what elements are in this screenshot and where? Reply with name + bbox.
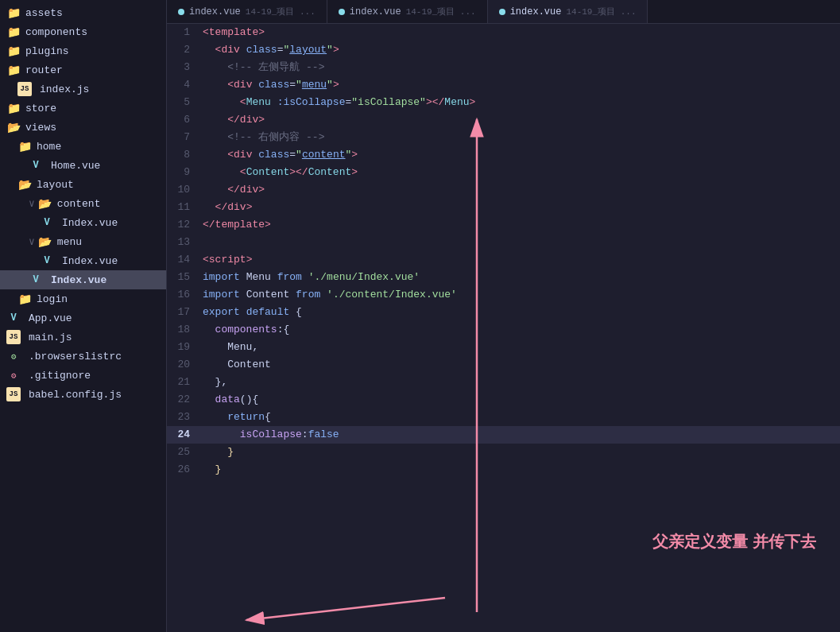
sidebar-item-label: content <box>57 198 101 210</box>
sidebar-item-label: home <box>37 141 61 153</box>
sidebar-item-content-indexvue[interactable]: V Index.vue <box>0 213 166 232</box>
sidebar-item-plugins[interactable]: 📁 plugins <box>0 41 166 60</box>
sidebar-item-browserslistrc[interactable]: ⚙ .browserslistrc <box>0 347 166 366</box>
tab-bar[interactable]: index.vue 14-19_项目 ... index.vue 14-19_项… <box>167 0 840 24</box>
sidebar-item-homevue[interactable]: V Home.vue <box>0 156 166 175</box>
vue-icon: V <box>29 273 43 287</box>
sidebar-item-label: Home.vue <box>51 160 100 172</box>
sidebar-item-assets[interactable]: 📁 assets <box>0 3 166 22</box>
tab-1[interactable]: index.vue 14-19_项目 ... <box>167 0 327 23</box>
sidebar-item-label: router <box>25 64 63 76</box>
sidebar-item-indexjs[interactable]: JS index.js <box>0 79 166 99</box>
js-icon: JS <box>6 387 21 401</box>
sidebar-item-menu-folder[interactable]: ∨ 📂 menu <box>0 232 166 251</box>
code-line-7: 7 <!-- 右侧内容 --> <box>167 129 840 146</box>
tab-label: index.vue <box>510 6 562 17</box>
sidebar-item-components[interactable]: 📁 components <box>0 22 166 41</box>
code-line-3: 3 <!-- 左侧导航 --> <box>167 59 840 76</box>
code-line-26: 26 } <box>167 461 840 479</box>
sidebar-item-layout[interactable]: 📂 layout <box>0 175 166 194</box>
sidebar-item-label: login <box>37 293 68 305</box>
code-line-14: 14 <script> <box>167 251 840 269</box>
sidebar-item-label: main.js <box>29 332 72 343</box>
sidebar-item-label: babel.config.js <box>29 389 122 401</box>
tab-label: index.vue <box>350 6 401 17</box>
code-line-12: 12 </template> <box>167 216 840 234</box>
vue-dot-icon <box>499 9 505 15</box>
code-line-25: 25 } <box>167 444 840 461</box>
code-line-10: 10 </div> <box>167 181 840 199</box>
code-line-21: 21 }, <box>167 374 840 391</box>
dot-file-icon: ⚙ <box>6 349 21 363</box>
sidebar-item-appvue[interactable]: V App.vue <box>0 308 166 328</box>
code-line-19: 19 Menu, <box>167 339 840 356</box>
tab-3[interactable]: index.vue 14-19_项目 ... <box>488 0 648 23</box>
tab-label: index.vue <box>189 6 241 17</box>
code-line-16: 16 import Content from './content/Index.… <box>167 286 840 304</box>
js-icon: JS <box>17 82 32 96</box>
sidebar-item-label: components <box>25 26 87 38</box>
folder-icon: 📁 <box>6 101 21 115</box>
sidebar-item-views[interactable]: 📂 views <box>0 118 166 137</box>
sidebar-item-label: menu <box>57 236 82 248</box>
code-editor: index.vue 14-19_项目 ... index.vue 14-19_项… <box>167 0 840 632</box>
code-line-17: 17 export default { <box>167 304 840 321</box>
code-line-4: 4 <div class="menu"> <box>167 76 840 94</box>
vue-icon: V <box>40 254 54 268</box>
sidebar-item-router[interactable]: 📁 router <box>0 60 166 79</box>
folder-open-icon: 📂 <box>38 196 52 211</box>
sidebar-item-login[interactable]: 📁 login <box>0 289 166 308</box>
vue-icon: V <box>29 158 43 173</box>
tab-2[interactable]: index.vue 14-19_项目 ... <box>327 0 488 23</box>
annotation-text: 父亲定义变量 并传下去 <box>652 531 816 553</box>
js-icon: JS <box>6 330 21 344</box>
sidebar-item-home[interactable]: 📁 home <box>0 137 166 156</box>
code-line-15: 15 import Menu from './menu/Index.vue' <box>167 269 840 286</box>
code-line-24: 24 isCollapse:false <box>167 426 840 444</box>
tab-subtitle: 14-19_项目 ... <box>566 6 636 17</box>
sidebar-item-mainjs[interactable]: JS main.js <box>0 328 166 347</box>
folder-open-icon: 📂 <box>38 235 52 249</box>
sidebar-item-label: plugins <box>25 45 69 57</box>
folder-icon: 📁 <box>6 63 21 77</box>
git-icon: ⚙ <box>6 368 21 382</box>
sidebar-item-label: views <box>25 122 56 134</box>
sidebar-item-label: Index.vue <box>62 217 118 229</box>
sidebar-item-store[interactable]: 📁 store <box>0 99 166 118</box>
code-line-11: 11 </div> <box>167 199 840 216</box>
file-tree[interactable]: 📁 assets 📁 components 📁 plugins 📁 router… <box>0 0 167 632</box>
folder-open-icon: 📂 <box>17 177 32 192</box>
code-line-2: 2 <div class="layout"> <box>167 41 840 59</box>
code-line-13: 13 <box>167 234 840 251</box>
folder-open-icon: 📂 <box>6 120 21 134</box>
sidebar-item-label: store <box>25 103 56 114</box>
sidebar-item-label: index.js <box>40 83 89 95</box>
vue-dot-icon <box>339 9 345 15</box>
sidebar-item-label: layout <box>37 179 74 191</box>
svg-line-3 <box>246 598 445 620</box>
folder-icon: 📁 <box>6 6 21 20</box>
sidebar-item-label: assets <box>25 7 63 19</box>
folder-icon: 📁 <box>17 292 32 306</box>
sidebar-item-babelconfig[interactable]: JS babel.config.js <box>0 385 166 404</box>
code-line-8: 8 <div class="content"> <box>167 146 840 164</box>
code-line-23: 23 return{ <box>167 409 840 426</box>
vue-dot-icon <box>178 9 184 15</box>
sidebar-item-menu-indexvue[interactable]: V Index.vue <box>0 251 166 270</box>
vue-icon: V <box>40 215 54 230</box>
folder-icon: 📁 <box>17 139 32 153</box>
sidebar-item-content-folder[interactable]: ∨ 📂 content <box>0 194 166 213</box>
code-line-5: 5 <Menu :isCollapse="isCollapse"></Menu> <box>167 94 840 111</box>
code-line-1: 1 <template> <box>167 24 840 41</box>
sidebar-item-label: App.vue <box>29 312 72 324</box>
tab-subtitle: 14-19_项目 ... <box>406 6 476 17</box>
sidebar-item-gitignore[interactable]: ⚙ .gitignore <box>0 366 166 385</box>
vue-icon: V <box>6 311 21 325</box>
sidebar-item-layout-indexvue[interactable]: V Index.vue <box>0 270 166 289</box>
sidebar-item-label: .browserslistrc <box>29 351 122 363</box>
code-line-18: 18 components:{ <box>167 321 840 339</box>
code-line-6: 6 </div> <box>167 111 840 129</box>
code-content-area[interactable]: 1 <template> 2 <div class="layout"> 3 <!… <box>167 24 840 632</box>
code-line-22: 22 data(){ <box>167 391 840 409</box>
folder-icon: 📁 <box>6 44 21 58</box>
